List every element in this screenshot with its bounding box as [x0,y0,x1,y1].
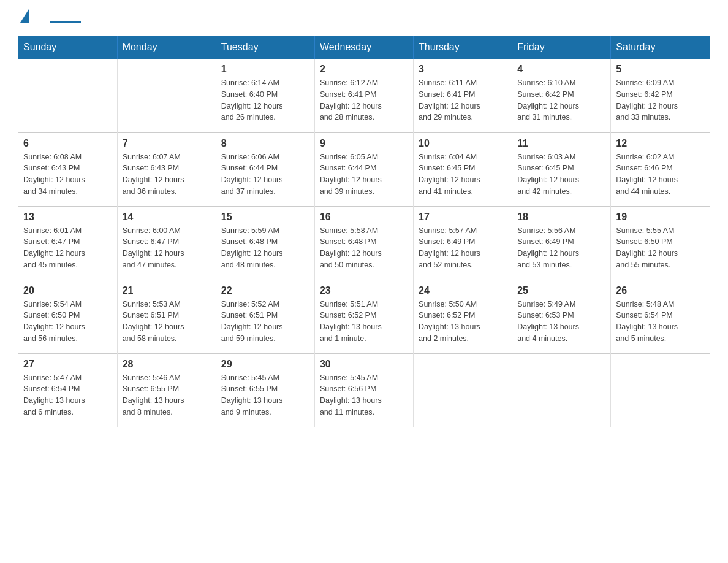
calendar-week-row: 1Sunrise: 6:14 AMSunset: 6:40 PMDaylight… [18,59,710,132]
logo-underline-bar [50,21,81,23]
day-info: Sunrise: 5:51 AMSunset: 6:52 PMDaylight:… [320,299,408,345]
calendar-week-row: 13Sunrise: 6:01 AMSunset: 6:47 PMDayligh… [18,206,710,280]
calendar-cell: 29Sunrise: 5:45 AMSunset: 6:55 PMDayligh… [216,353,314,427]
calendar-cell: 27Sunrise: 5:47 AMSunset: 6:54 PMDayligh… [18,353,117,427]
day-number: 12 [616,138,705,149]
day-number: 19 [616,212,705,223]
day-number: 3 [419,64,507,75]
day-number: 9 [320,138,408,149]
day-number: 29 [221,359,309,370]
day-number: 21 [123,285,211,296]
calendar-cell: 22Sunrise: 5:52 AMSunset: 6:51 PMDayligh… [216,280,314,353]
day-info: Sunrise: 6:04 AMSunset: 6:45 PMDaylight:… [419,151,507,197]
day-header-friday: Friday [512,36,611,59]
day-number: 24 [419,285,507,296]
day-number: 1 [221,64,309,75]
calendar-cell: 12Sunrise: 6:02 AMSunset: 6:46 PMDayligh… [611,132,710,206]
calendar-cell: 16Sunrise: 5:58 AMSunset: 6:48 PMDayligh… [314,206,413,280]
day-info: Sunrise: 5:59 AMSunset: 6:48 PMDaylight:… [221,225,309,271]
calendar-week-row: 6Sunrise: 6:08 AMSunset: 6:43 PMDaylight… [18,132,710,206]
day-info: Sunrise: 6:00 AMSunset: 6:47 PMDaylight:… [123,225,211,271]
day-info: Sunrise: 6:03 AMSunset: 6:45 PMDaylight:… [517,151,605,197]
day-number: 2 [320,64,408,75]
calendar-cell: 10Sunrise: 6:04 AMSunset: 6:45 PMDayligh… [414,132,512,206]
logo [18,12,81,23]
day-info: Sunrise: 6:09 AMSunset: 6:42 PMDaylight:… [616,77,705,123]
day-header-wednesday: Wednesday [314,36,413,59]
calendar-cell: 1Sunrise: 6:14 AMSunset: 6:40 PMDaylight… [216,59,314,132]
calendar-cell: 9Sunrise: 6:05 AMSunset: 6:44 PMDaylight… [314,132,413,206]
day-number: 15 [221,212,309,223]
calendar-cell: 4Sunrise: 6:10 AMSunset: 6:42 PMDaylight… [512,59,611,132]
day-header-saturday: Saturday [611,36,710,59]
day-number: 28 [123,359,211,370]
day-number: 11 [517,138,605,149]
day-number: 16 [320,212,408,223]
day-info: Sunrise: 5:45 AMSunset: 6:56 PMDaylight:… [320,372,408,418]
calendar-table: SundayMondayTuesdayWednesdayThursdayFrid… [18,36,710,427]
day-header-tuesday: Tuesday [216,36,314,59]
day-info: Sunrise: 5:50 AMSunset: 6:52 PMDaylight:… [419,299,507,345]
day-info: Sunrise: 6:12 AMSunset: 6:41 PMDaylight:… [320,77,408,123]
calendar-cell: 3Sunrise: 6:11 AMSunset: 6:41 PMDaylight… [414,59,512,132]
day-number: 8 [221,138,309,149]
day-info: Sunrise: 5:45 AMSunset: 6:55 PMDaylight:… [221,372,309,418]
day-info: Sunrise: 5:47 AMSunset: 6:54 PMDaylight:… [23,372,112,418]
calendar-cell [414,353,512,427]
calendar-cell: 15Sunrise: 5:59 AMSunset: 6:48 PMDayligh… [216,206,314,280]
day-number: 25 [517,285,605,296]
calendar-cell [611,353,710,427]
day-info: Sunrise: 6:01 AMSunset: 6:47 PMDaylight:… [23,225,112,271]
day-number: 13 [23,212,112,223]
day-info: Sunrise: 5:49 AMSunset: 6:53 PMDaylight:… [517,299,605,345]
day-number: 6 [23,138,112,149]
day-number: 23 [320,285,408,296]
day-info: Sunrise: 6:05 AMSunset: 6:44 PMDaylight:… [320,151,408,197]
calendar-cell: 7Sunrise: 6:07 AMSunset: 6:43 PMDaylight… [117,132,216,206]
calendar-cell: 13Sunrise: 6:01 AMSunset: 6:47 PMDayligh… [18,206,117,280]
calendar-cell: 23Sunrise: 5:51 AMSunset: 6:52 PMDayligh… [314,280,413,353]
day-info: Sunrise: 6:02 AMSunset: 6:46 PMDaylight:… [616,151,705,197]
day-header-sunday: Sunday [18,36,117,59]
calendar-cell: 21Sunrise: 5:53 AMSunset: 6:51 PMDayligh… [117,280,216,353]
day-number: 18 [517,212,605,223]
day-info: Sunrise: 5:52 AMSunset: 6:51 PMDaylight:… [221,299,309,345]
calendar-cell: 25Sunrise: 5:49 AMSunset: 6:53 PMDayligh… [512,280,611,353]
calendar-cell: 18Sunrise: 5:56 AMSunset: 6:49 PMDayligh… [512,206,611,280]
calendar-cell: 19Sunrise: 5:55 AMSunset: 6:50 PMDayligh… [611,206,710,280]
day-number: 22 [221,285,309,296]
day-info: Sunrise: 5:55 AMSunset: 6:50 PMDaylight:… [616,225,705,271]
calendar-cell: 26Sunrise: 5:48 AMSunset: 6:54 PMDayligh… [611,280,710,353]
calendar-cell: 11Sunrise: 6:03 AMSunset: 6:45 PMDayligh… [512,132,611,206]
day-info: Sunrise: 5:53 AMSunset: 6:51 PMDaylight:… [123,299,211,345]
day-info: Sunrise: 6:10 AMSunset: 6:42 PMDaylight:… [517,77,605,123]
calendar-cell: 8Sunrise: 6:06 AMSunset: 6:44 PMDaylight… [216,132,314,206]
calendar-cell: 6Sunrise: 6:08 AMSunset: 6:43 PMDaylight… [18,132,117,206]
day-info: Sunrise: 6:07 AMSunset: 6:43 PMDaylight:… [123,151,211,197]
day-header-thursday: Thursday [414,36,512,59]
calendar-week-row: 27Sunrise: 5:47 AMSunset: 6:54 PMDayligh… [18,353,710,427]
calendar-cell [117,59,216,132]
day-info: Sunrise: 6:08 AMSunset: 6:43 PMDaylight:… [23,151,112,197]
day-number: 17 [419,212,507,223]
day-number: 4 [517,64,605,75]
day-number: 7 [123,138,211,149]
calendar-cell [512,353,611,427]
day-info: Sunrise: 6:06 AMSunset: 6:44 PMDaylight:… [221,151,309,197]
calendar-cell: 2Sunrise: 6:12 AMSunset: 6:41 PMDaylight… [314,59,413,132]
calendar-cell: 24Sunrise: 5:50 AMSunset: 6:52 PMDayligh… [414,280,512,353]
day-number: 10 [419,138,507,149]
logo-triangle-icon [20,9,29,23]
day-info: Sunrise: 5:56 AMSunset: 6:49 PMDaylight:… [517,225,605,271]
calendar-cell: 20Sunrise: 5:54 AMSunset: 6:50 PMDayligh… [18,280,117,353]
day-info: Sunrise: 5:58 AMSunset: 6:48 PMDaylight:… [320,225,408,271]
page-header [18,12,710,23]
day-info: Sunrise: 6:14 AMSunset: 6:40 PMDaylight:… [221,77,309,123]
calendar-cell: 14Sunrise: 6:00 AMSunset: 6:47 PMDayligh… [117,206,216,280]
day-number: 14 [123,212,211,223]
day-info: Sunrise: 5:57 AMSunset: 6:49 PMDaylight:… [419,225,507,271]
day-number: 30 [320,359,408,370]
calendar-cell: 17Sunrise: 5:57 AMSunset: 6:49 PMDayligh… [414,206,512,280]
calendar-cell: 5Sunrise: 6:09 AMSunset: 6:42 PMDaylight… [611,59,710,132]
day-info: Sunrise: 5:46 AMSunset: 6:55 PMDaylight:… [123,372,211,418]
